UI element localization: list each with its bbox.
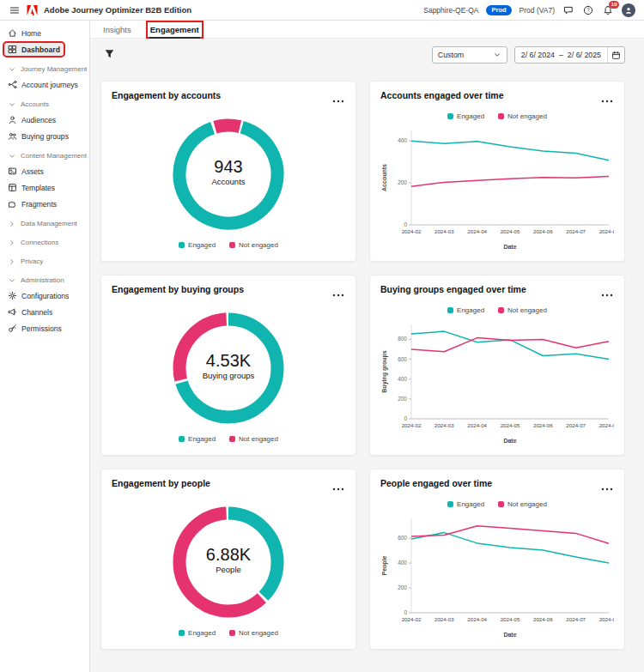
svg-text:0: 0 [404,609,407,615]
chevron-right-icon [8,239,16,247]
sidebar-section-content-management[interactable]: Content Management [0,148,89,163]
svg-text:2024-07: 2024-07 [566,616,586,622]
card-title: Engagement by buying groups [112,284,244,294]
donut-chart: 4.53KBuying groups [164,304,293,433]
assistant-button[interactable] [562,4,574,16]
notification-badge: 10 [609,1,619,9]
sidebar-item-account-journeys[interactable]: Account journeys [0,76,89,93]
date-range-input[interactable]: 2/ 6/ 2024 – 2/ 6/ 2025 [514,46,625,64]
chart-legend: EngagedNot engaged [447,306,547,314]
legend-label: Engaged [457,306,484,314]
more-options-button[interactable] [600,284,614,302]
svg-text:2024-06: 2024-06 [533,616,553,622]
card-title: Buying groups engaged over time [380,284,526,294]
sidebar-section-connections[interactable]: Connections [0,235,89,250]
sidebar-section-journey-management[interactable]: Journey Management [0,62,89,76]
sidebar-item-fragments[interactable]: Fragments [0,196,89,212]
journeys-icon [8,80,17,89]
svg-text:2024-02: 2024-02 [402,228,422,234]
date-preset-select[interactable]: Custom [432,46,507,64]
svg-text:2024-02: 2024-02 [402,422,422,428]
donut-chart: 6.88KPeople [164,498,293,627]
menu-button[interactable] [9,4,21,16]
home-icon [8,28,17,38]
legend-item-not-engaged: Not engaged [229,435,278,443]
notifications-button[interactable]: 10 [602,4,614,16]
more-icon [601,100,613,103]
card-people-engaged-over-time: People engaged over timeEngagedNot engag… [369,469,625,650]
more-options-button[interactable] [600,90,614,108]
sidebar-item-audiences[interactable]: Audiences [0,112,89,128]
svg-text:2024-03: 2024-03 [434,228,454,234]
date-separator: – [559,51,563,59]
card-title: Engagement by people [112,478,210,488]
toolbar: Custom 2/ 6/ 2024 – 2/ 6/ 2025 [90,39,644,64]
sidebar-item-home[interactable]: Home [0,25,89,41]
svg-text:2024-06: 2024-06 [533,228,553,234]
chevron-down-icon [8,65,16,74]
env-badge[interactable]: Prod [486,5,511,15]
legend-item-not-engaged: Not engaged [229,241,278,249]
sidebar-item-label: Channels [21,308,52,317]
chevron-right-icon [8,257,16,266]
tab-insights[interactable]: Insights [100,22,134,37]
legend-swatch [179,242,185,248]
svg-text:2024-03: 2024-03 [434,616,454,622]
more-icon [332,100,344,103]
legend-label: Not engaged [507,500,547,508]
calendar-icon [611,51,621,60]
svg-text:600: 600 [398,535,407,541]
toolbar-right: Custom 2/ 6/ 2024 – 2/ 6/ 2025 [432,46,625,64]
filter-button[interactable] [104,48,115,62]
org-name[interactable]: Sapphire-QE-QA [423,6,478,15]
svg-text:2024-07: 2024-07 [566,228,586,234]
more-icon [601,294,613,297]
more-options-button[interactable] [331,90,345,108]
calendar-button[interactable] [607,47,624,63]
svg-text:2024-04: 2024-04 [467,616,487,622]
sidebar-item-label: Fragments [21,200,57,209]
legend-swatch [179,436,185,442]
legend-label: Not engaged [239,435,278,443]
sidebar-section-administration[interactable]: Administration [0,273,89,288]
tab-label: Insights [103,25,131,34]
legend-item-not-engaged: Not engaged [498,112,547,120]
fragments-icon [8,199,17,209]
legend-item-engaged: Engaged [179,241,216,249]
env-name[interactable]: Prod (VA7) [519,6,555,15]
sidebar-item-buying-groups[interactable]: Buying groups [0,128,89,144]
chevron-down-icon [493,51,501,59]
more-options-button[interactable] [600,478,614,496]
svg-text:2024-05: 2024-05 [501,228,520,234]
topbar: Adobe Journey Optimizer B2B Edition Sapp… [0,0,644,21]
sidebar-item-permissions[interactable]: Permissions [0,320,89,336]
tab-engagement[interactable]: Engagement [148,22,202,37]
svg-text:800: 800 [398,336,407,342]
legend-swatch [229,242,235,248]
sidebar-item-assets[interactable]: Assets [0,163,89,179]
card-buying-groups-engaged-over-time: Buying groups engaged over timeEngagedNo… [369,275,625,456]
svg-text:People: People [381,555,388,575]
more-options-button[interactable] [331,478,345,496]
date-start-value[interactable]: 2/ 6/ 2024 [521,51,555,59]
sidebar-item-dashboard[interactable]: Dashboard [0,41,89,58]
legend-item-not-engaged: Not engaged [498,306,547,314]
avatar[interactable] [622,3,635,17]
card-engagement-by-buying-groups: Engagement by buying groups4.53KBuying g… [100,275,356,456]
sidebar-section-data-management[interactable]: Data Management [0,216,89,231]
more-options-button[interactable] [331,284,345,302]
sidebar-section-privacy[interactable]: Privacy [0,254,89,269]
help-button[interactable]: ? [582,4,594,16]
sidebar-item-templates[interactable]: Templates [0,179,89,196]
svg-text:200: 200 [398,584,407,590]
svg-text:2024-05: 2024-05 [501,422,520,428]
svg-text:Accounts: Accounts [381,164,387,191]
sidebar-item-configurations[interactable]: Configurations [0,288,89,304]
sidebar-section-accounts[interactable]: Accounts [0,97,89,112]
legend-label: Engaged [188,629,216,637]
svg-text:400: 400 [398,560,407,566]
legend-label: Not engaged [239,629,278,637]
sidebar-item-channels[interactable]: Channels [0,304,89,320]
legend-label: Engaged [457,500,484,508]
date-end-value[interactable]: 2/ 6/ 2025 [568,51,601,59]
